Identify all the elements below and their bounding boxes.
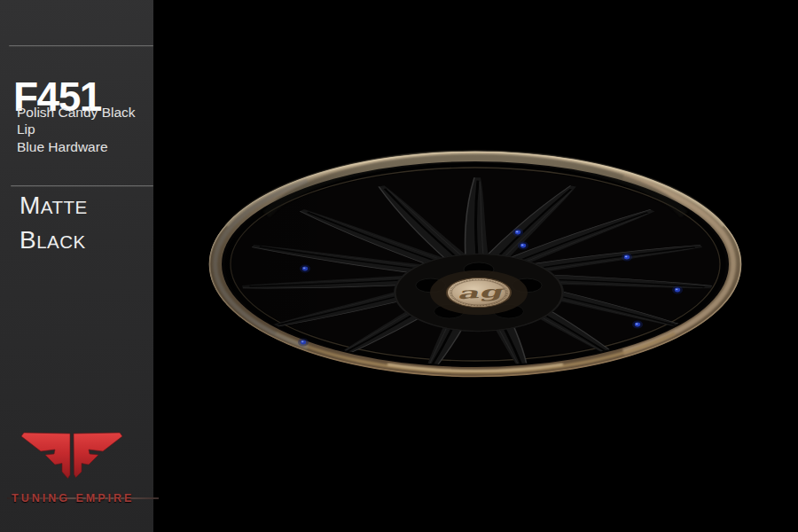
- product-banner: F451 Polish Candy Black Lip Blue Hardwar…: [0, 0, 798, 532]
- center-cap: ag: [447, 278, 511, 307]
- wheel-hub: ag: [395, 254, 563, 331]
- brand-name: TUNING EMPIRE: [12, 492, 134, 505]
- center-cap-logo-text: ag: [454, 282, 507, 302]
- wheel-photo: ag: [0, 0, 798, 532]
